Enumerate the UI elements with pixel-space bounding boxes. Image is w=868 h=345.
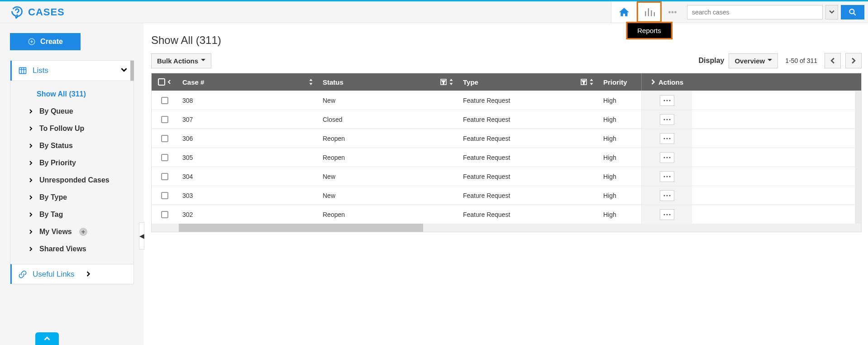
row-actions-button[interactable] (660, 209, 674, 220)
sidebar-useful-links[interactable]: Useful Links (10, 264, 134, 284)
svg-point-24 (663, 195, 665, 196)
search-input[interactable] (687, 5, 823, 19)
sidebar-lists-header[interactable]: Lists (10, 61, 134, 81)
table-row[interactable]: 304NewFeature RequestHigh (152, 167, 855, 186)
chevron-left-icon[interactable] (167, 80, 172, 84)
svg-rect-6 (19, 67, 26, 73)
svg-point-4 (849, 9, 854, 14)
svg-point-28 (666, 214, 668, 215)
sidebar-scrollbar[interactable] (130, 61, 134, 81)
table-row[interactable]: 307ClosedFeature RequestHigh (152, 110, 855, 129)
chevron-right-icon (29, 245, 35, 253)
sidebar-item-label: My Views (39, 228, 72, 236)
sidebar-item-by-status[interactable]: By Status (10, 137, 134, 154)
sidebar-item-label: By Tag (39, 211, 63, 219)
cell-priority: High (599, 186, 641, 205)
create-button[interactable]: Create (10, 33, 81, 50)
reports-button[interactable]: Reports (636, 1, 662, 23)
table-row[interactable]: 306ReopenFeature RequestHigh (152, 129, 855, 148)
table-row[interactable]: 308NewFeature RequestHigh (152, 91, 855, 110)
sidebar-item-label: Unresponded Cases (39, 176, 110, 184)
row-checkbox[interactable] (161, 211, 168, 218)
svg-point-16 (666, 138, 668, 139)
scrollbar-thumb[interactable] (179, 224, 423, 232)
col-header-actions-label: Actions (658, 78, 683, 86)
page-next-button[interactable] (845, 53, 862, 68)
page-title: Show All (311) (151, 29, 862, 53)
more-menu-button[interactable] (662, 1, 683, 23)
display-overview-button[interactable]: Overview (729, 53, 778, 68)
search-button[interactable] (841, 5, 864, 19)
sidebar-item-my-views[interactable]: My Views+ (10, 223, 134, 240)
select-all-checkbox[interactable] (158, 78, 165, 86)
sidebar-useful-links-label: Useful Links (33, 270, 75, 279)
cell-type: Feature Request (458, 148, 599, 167)
col-header-status[interactable]: Status (318, 73, 458, 91)
row-actions-button[interactable] (660, 171, 674, 182)
sidebar-item-by-tag[interactable]: By Tag (10, 206, 134, 223)
chevron-left-icon: ◀ (139, 232, 144, 240)
toolbar: Bulk Actions Display Overview 1-50 of 31… (151, 53, 862, 68)
home-button[interactable] (611, 1, 636, 23)
page-prev-button[interactable] (825, 53, 841, 68)
col-header-status-label: Status (323, 78, 343, 86)
filter-icon (581, 79, 587, 85)
table-vertical-scrollbar[interactable] (855, 91, 861, 224)
sort-icon (308, 79, 314, 85)
row-actions-button[interactable] (660, 152, 674, 163)
sidebar-item-by-type[interactable]: By Type (10, 189, 134, 206)
row-actions-button[interactable] (660, 190, 674, 201)
cell-type: Feature Request (458, 186, 599, 205)
filter-icon (440, 79, 447, 85)
row-actions-button[interactable] (660, 114, 674, 125)
row-checkbox[interactable] (161, 97, 168, 104)
grid-icon (18, 66, 27, 75)
cases-table: Case # Status Type Priority (151, 73, 862, 232)
table-row[interactable]: 302ReopenFeature RequestHigh (152, 205, 855, 224)
header-bar: CASES Reports (0, 1, 868, 23)
svg-point-15 (663, 138, 665, 139)
svg-point-23 (669, 176, 670, 177)
link-icon (18, 270, 27, 279)
search-dropdown-button[interactable] (825, 5, 838, 19)
row-actions-button[interactable] (660, 95, 674, 106)
sidebar-item-label: By Status (39, 142, 73, 150)
table-row[interactable]: 303NewFeature RequestHigh (152, 186, 855, 205)
sidebar-item-unresponded-cases[interactable]: Unresponded Cases (10, 172, 134, 189)
table-horizontal-scrollbar[interactable] (152, 224, 861, 232)
row-checkbox[interactable] (161, 192, 168, 199)
col-header-priority-label: Priority (603, 78, 627, 86)
sidebar-item-by-priority[interactable]: By Priority (10, 154, 134, 172)
cell-status: New (318, 91, 458, 110)
sidebar-item-show-all[interactable]: Show All (311) (10, 86, 134, 103)
sort-icon (448, 79, 454, 85)
sidebar-item-to-follow-up[interactable]: To Follow Up (10, 120, 134, 137)
table-header: Case # Status Type Priority (152, 73, 861, 91)
row-checkbox[interactable] (161, 135, 168, 142)
col-header-case[interactable]: Case # (178, 73, 318, 91)
table-row[interactable]: 305ReopenFeature RequestHigh (152, 148, 855, 167)
row-checkbox[interactable] (161, 116, 168, 123)
row-checkbox[interactable] (161, 154, 168, 161)
col-header-case-label: Case # (182, 78, 204, 86)
svg-point-29 (669, 214, 670, 215)
bulk-actions-button[interactable]: Bulk Actions (151, 53, 211, 68)
cell-status: New (318, 167, 458, 186)
chevron-right-icon (86, 270, 91, 279)
sidebar-panel: Lists Show All (311) By QueueTo Follow U… (10, 60, 134, 284)
bottom-expand-tab[interactable] (35, 332, 59, 345)
sidebar-item-shared-views[interactable]: Shared Views (10, 240, 134, 258)
svg-point-3 (674, 11, 677, 13)
row-actions-button[interactable] (660, 133, 674, 144)
row-checkbox[interactable] (161, 173, 168, 180)
sidebar-collapse-handle[interactable]: ◀ (139, 222, 144, 249)
sidebar-item-by-queue[interactable]: By Queue (10, 103, 134, 120)
col-header-actions[interactable]: Actions (641, 73, 692, 91)
col-header-type[interactable]: Type (458, 73, 599, 91)
add-view-button[interactable]: + (79, 228, 87, 236)
svg-point-18 (663, 157, 665, 158)
col-header-priority[interactable]: Priority (599, 73, 641, 91)
svg-point-2 (672, 11, 674, 13)
cell-priority: High (599, 148, 641, 167)
display-label: Display (699, 57, 725, 65)
